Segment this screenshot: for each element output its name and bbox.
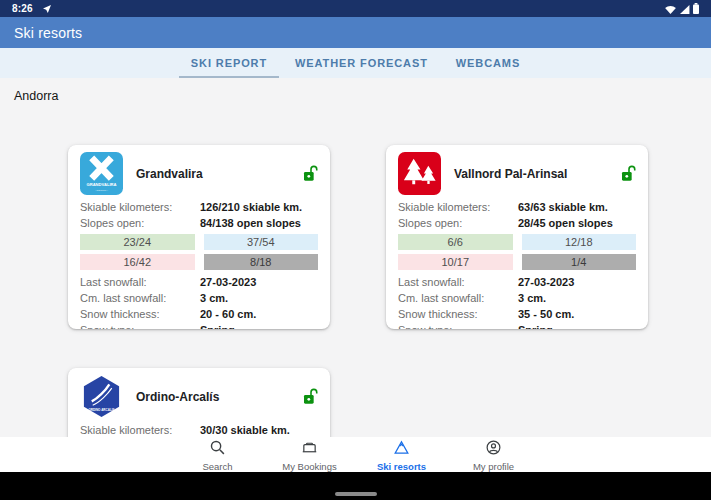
slope-difficulty-bars: 23/24 37/54 16/42 8/18 — [80, 234, 318, 270]
battery-icon — [693, 0, 699, 18]
stat-label: Cm. last snowfall: — [398, 292, 518, 304]
stat-row-last-snowfall: Last snowfall: 27-03-2023 — [80, 274, 318, 290]
nav-item-my-profile[interactable]: My profile — [448, 437, 540, 472]
green-slopes-bar: 6/6 — [398, 234, 513, 250]
stat-value: 27-03-2023 — [200, 276, 256, 288]
stat-value: 28/45 open slopes — [518, 217, 613, 229]
stat-label: Last snowfall: — [398, 276, 518, 288]
stat-row-skiable: Skiable kilometers: 126/210 skiable km. — [80, 199, 318, 215]
green-slopes-bar: 23/24 — [80, 234, 195, 250]
status-icons — [665, 0, 699, 18]
nav-label: Ski resorts — [377, 461, 426, 472]
nav-label: My profile — [473, 461, 514, 472]
search-icon — [209, 439, 226, 460]
ordino-arcalis-logo: ORDINO ARCALIS — [80, 375, 123, 418]
mountain-icon — [393, 439, 410, 460]
resort-card-vallnord[interactable]: Vallnord Pal-Arinsal Skiable kilometers:… — [386, 145, 648, 329]
stat-row-snow-type: Snow type: Spring — [398, 322, 636, 329]
tab-webcams[interactable]: WEBCAMS — [442, 48, 534, 78]
stat-label: Skiable kilometers: — [398, 201, 518, 213]
resort-open-lock-icon — [302, 165, 318, 183]
resort-name: Vallnord Pal-Arinsal — [454, 167, 567, 181]
status-time: 8:26 — [12, 3, 33, 14]
app-bar: Ski resorts — [0, 17, 711, 48]
status-bar: 8:26 — [0, 0, 711, 17]
stat-row-thickness: Snow thickness: 35 - 50 cm. — [398, 306, 636, 322]
wifi-icon — [665, 0, 676, 18]
bottom-navigation: Search My Bookings Ski resorts — [0, 437, 711, 472]
page-title: Ski resorts — [14, 25, 82, 41]
stat-value: 3 cm. — [518, 292, 546, 304]
tab-ski-report[interactable]: SKI REPORT — [177, 48, 281, 78]
android-gesture-bar — [0, 472, 711, 500]
vallnord-logo — [398, 152, 441, 195]
nav-label: Search — [202, 461, 232, 472]
grandvalira-logo: GRANDVALIRA ANDORRA — [80, 152, 123, 195]
stat-label: Last snowfall: — [80, 276, 200, 288]
stat-row-slopes: Slopes open: 84/138 open slopes — [80, 215, 318, 231]
bookings-icon — [300, 439, 319, 460]
stat-label: Slopes open: — [80, 217, 200, 229]
stat-row-skiable: Skiable kilometers: 63/63 skiable km. — [398, 199, 636, 215]
stat-label: Skiable kilometers: — [80, 424, 200, 436]
resort-name: Grandvalira — [136, 167, 203, 181]
stat-value: Spring — [200, 324, 235, 329]
tab-bar: SKI REPORT WEATHER FORECAST WEBCAMS — [0, 48, 711, 78]
black-slopes-bar: 8/18 — [204, 254, 319, 270]
stat-label: Snow type: — [80, 324, 200, 329]
red-slopes-bar: 10/17 — [398, 254, 513, 270]
stat-row-slopes: Slopes open: 28/45 open slopes — [398, 215, 636, 231]
gesture-handle[interactable] — [335, 492, 377, 496]
resort-card-header: ORDINO ARCALIS Ordino-Arcalís — [80, 373, 318, 420]
svg-text:GRANDVALIRA: GRANDVALIRA — [87, 182, 117, 187]
slope-difficulty-bars: 6/6 12/18 10/17 1/4 — [398, 234, 636, 270]
resort-card-grandvalira[interactable]: GRANDVALIRA ANDORRA Grandvalira Skiable … — [68, 145, 330, 329]
resort-name: Ordino-Arcalís — [136, 390, 219, 404]
stat-row-skiable: Skiable kilometers: 30/30 skiable km. — [80, 422, 318, 438]
stat-label: Snow type: — [398, 324, 518, 329]
blue-slopes-bar: 12/18 — [522, 234, 637, 250]
resort-card-header: GRANDVALIRA ANDORRA Grandvalira — [80, 150, 318, 197]
stat-label: Snow thickness: — [398, 308, 518, 320]
stat-row-cm-snowfall: Cm. last snowfall: 3 cm. — [398, 290, 636, 306]
nav-item-search[interactable]: Search — [172, 437, 264, 472]
profile-icon — [485, 439, 502, 460]
blue-slopes-bar: 37/54 — [204, 234, 319, 250]
stat-value: 27-03-2023 — [518, 276, 574, 288]
resort-card-header: Vallnord Pal-Arinsal — [398, 150, 636, 197]
stat-value: 30/30 skiable km. — [200, 424, 290, 436]
stat-row-cm-snowfall: Cm. last snowfall: 3 cm. — [80, 290, 318, 306]
stat-label: Slopes open: — [398, 217, 518, 229]
stat-value: Spring — [518, 324, 553, 329]
svg-text:ANDORRA: ANDORRA — [95, 189, 108, 192]
nav-item-my-bookings[interactable]: My Bookings — [264, 437, 356, 472]
signal-icon — [679, 0, 690, 18]
stat-value: 20 - 60 cm. — [200, 308, 256, 320]
red-slopes-bar: 16/42 — [80, 254, 195, 270]
stat-row-snow-type: Snow type: Spring — [80, 322, 318, 329]
stat-value: 84/138 open slopes — [200, 217, 301, 229]
tab-weather-forecast[interactable]: WEATHER FORECAST — [281, 48, 442, 78]
stat-value: 126/210 skiable km. — [200, 201, 302, 213]
stat-row-last-snowfall: Last snowfall: 27-03-2023 — [398, 274, 636, 290]
nav-label: My Bookings — [282, 461, 336, 472]
svg-text:ORDINO ARCALIS: ORDINO ARCALIS — [88, 408, 114, 412]
nav-item-ski-resorts[interactable]: Ski resorts — [356, 437, 448, 472]
resort-open-lock-icon — [302, 388, 318, 406]
notification-icon — [43, 5, 51, 13]
stat-value: 3 cm. — [200, 292, 228, 304]
stat-label: Snow thickness: — [80, 308, 200, 320]
stat-row-thickness: Snow thickness: 20 - 60 cm. — [80, 306, 318, 322]
black-slopes-bar: 1/4 — [522, 254, 637, 270]
stat-value: 63/63 skiable km. — [518, 201, 608, 213]
stat-label: Cm. last snowfall: — [80, 292, 200, 304]
resort-open-lock-icon — [620, 165, 636, 183]
stat-label: Skiable kilometers: — [80, 201, 200, 213]
stat-value: 35 - 50 cm. — [518, 308, 574, 320]
section-title-country: Andorra — [14, 89, 58, 103]
